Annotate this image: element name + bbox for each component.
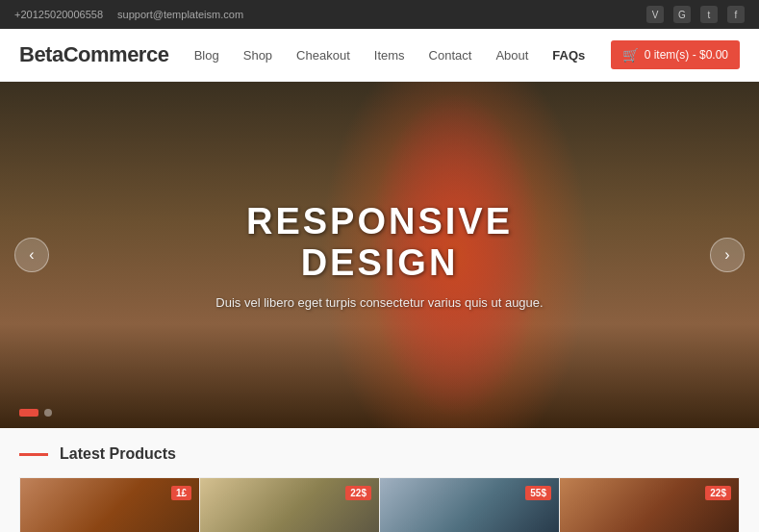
hero-prev-button[interactable]: ‹ — [14, 238, 49, 272]
logo: BetaCommerce — [19, 42, 168, 67]
products-row: 1£ 22$ 55$ 22$ — [19, 477, 740, 532]
product-badge-2: 22$ — [345, 486, 371, 500]
section-title: Latest Products — [60, 445, 176, 463]
cart-button[interactable]: 🛒 0 item(s) - $0.00 — [611, 40, 740, 69]
google-plus-icon[interactable]: G — [673, 6, 691, 23]
latest-products-section: Latest Products 1£ 22$ 55$ 22$ — [0, 428, 759, 532]
hero-title: RESPONSIVE DESIGN — [190, 201, 569, 284]
product-badge-3: 55$ — [525, 486, 551, 500]
cart-label: 0 item(s) - $0.00 — [645, 48, 728, 62]
product-badge-1: 1£ — [171, 486, 191, 500]
section-line-decoration — [19, 453, 48, 456]
hero-background: RESPONSIVE DESIGN Duis vel libero eget t… — [0, 82, 759, 428]
product-card-4[interactable]: 22$ — [560, 477, 740, 532]
nav-item-about[interactable]: About — [495, 48, 528, 63]
phone-text: +20125020006558 — [14, 9, 103, 20]
email-text: support@templateism.com — [117, 9, 243, 20]
nav-item-cheakout[interactable]: Cheakout — [296, 48, 350, 63]
product-badge-4: 22$ — [705, 486, 731, 500]
hero-subtitle: Duis vel libero eget turpis consectetur … — [190, 295, 569, 310]
hero-dot-2[interactable] — [44, 409, 52, 417]
header: BetaCommerce Blog Shop Cheakout Items Co… — [0, 29, 759, 82]
hero-dots — [19, 409, 52, 417]
product-card-1[interactable]: 1£ — [19, 477, 200, 532]
product-card-2[interactable]: 22$ — [200, 477, 380, 532]
vine-icon[interactable]: V — [646, 6, 664, 23]
nav-item-blog[interactable]: Blog — [194, 48, 219, 63]
topbar: +20125020006558 support@templateism.com … — [0, 0, 759, 29]
section-header: Latest Products — [19, 445, 740, 463]
hero-next-button[interactable]: › — [710, 238, 745, 272]
topbar-social: V G t f — [646, 6, 745, 23]
cart-icon: 🛒 — [622, 47, 639, 63]
nav-item-shop[interactable]: Shop — [243, 48, 272, 63]
hero-content: RESPONSIVE DESIGN Duis vel libero eget t… — [190, 201, 569, 310]
hero-dot-1[interactable] — [19, 409, 38, 417]
topbar-contact: +20125020006558 support@templateism.com — [14, 9, 243, 20]
twitter-icon[interactable]: t — [700, 6, 718, 23]
product-card-3[interactable]: 55$ — [380, 477, 560, 532]
main-nav: Blog Shop Cheakout Items Contact About F… — [194, 48, 586, 63]
facebook-icon[interactable]: f — [727, 6, 745, 23]
hero-slider: RESPONSIVE DESIGN Duis vel libero eget t… — [0, 82, 759, 428]
nav-item-items[interactable]: Items — [374, 48, 405, 63]
nav-item-faqs[interactable]: FAQs — [552, 48, 585, 63]
nav-item-contact[interactable]: Contact — [429, 48, 472, 63]
